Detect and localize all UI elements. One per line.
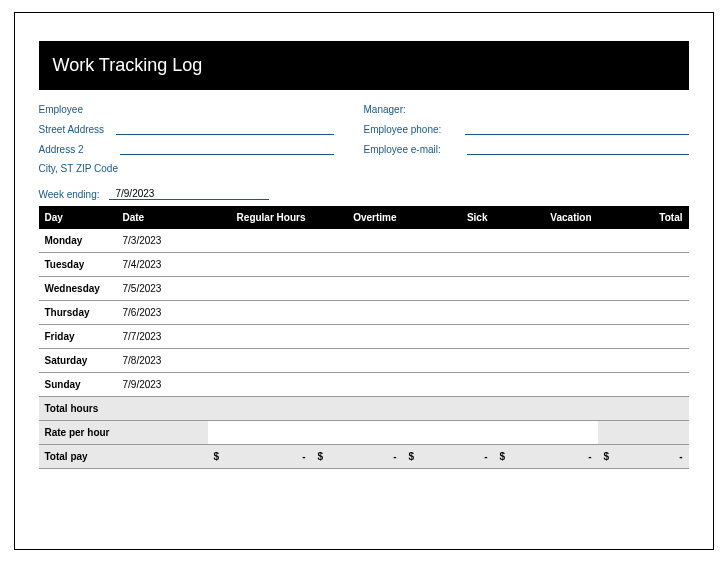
- table-row: Monday 7/3/2023: [39, 229, 689, 253]
- employee-email-label: Employee e-mail:: [364, 144, 449, 155]
- document-page: Work Tracking Log Employee Manager: Stre…: [14, 12, 714, 550]
- week-ending-value[interactable]: 7/9/2023: [109, 188, 269, 200]
- col-date: Date: [117, 206, 208, 229]
- cell-overtime[interactable]: [312, 229, 403, 253]
- table-row: Thursday 7/6/2023: [39, 301, 689, 325]
- table-header-row: Day Date Regular Hours Overtime Sick Vac…: [39, 206, 689, 229]
- cell-regular[interactable]: [208, 229, 312, 253]
- cell-vacation[interactable]: [494, 373, 598, 397]
- dash: -: [588, 451, 591, 462]
- total-pay-row: Total pay $- $- $- $- $-: [39, 445, 689, 469]
- cell-day: Sunday: [39, 373, 117, 397]
- cell-overtime[interactable]: [312, 325, 403, 349]
- address2-input-line[interactable]: [120, 143, 334, 155]
- table-row: Saturday 7/8/2023: [39, 349, 689, 373]
- title-bar: Work Tracking Log: [39, 41, 689, 90]
- cell-regular[interactable]: [208, 349, 312, 373]
- dash: -: [393, 451, 396, 462]
- rate-total: [598, 421, 689, 445]
- street-address-input-line[interactable]: [116, 123, 333, 135]
- address2-label: Address 2: [39, 144, 92, 155]
- cell-date: 7/4/2023: [117, 253, 208, 277]
- cell-day: Wednesday: [39, 277, 117, 301]
- cell-overtime[interactable]: [312, 301, 403, 325]
- cell-overtime[interactable]: [312, 277, 403, 301]
- cell-date: 7/5/2023: [117, 277, 208, 301]
- total-pay-regular: $-: [208, 445, 312, 469]
- rate-label: Rate per hour: [39, 421, 208, 445]
- cell-total: [598, 277, 689, 301]
- week-ending-row: Week ending: 7/9/2023: [39, 188, 689, 200]
- employee-email-input-line[interactable]: [467, 143, 689, 155]
- cell-regular[interactable]: [208, 253, 312, 277]
- cell-total: [598, 229, 689, 253]
- employee-phone-label: Employee phone:: [364, 124, 450, 135]
- cell-total: [598, 301, 689, 325]
- table-body: Monday 7/3/2023 Tuesday 7/4/2023 Wednesd…: [39, 229, 689, 469]
- total-hours-total: [598, 397, 689, 421]
- manager-label: Manager:: [364, 104, 414, 115]
- cell-sick[interactable]: [403, 301, 494, 325]
- cell-total: [598, 373, 689, 397]
- cell-date: 7/8/2023: [117, 349, 208, 373]
- total-pay-total: $-: [598, 445, 689, 469]
- total-hours-vacation: [494, 397, 598, 421]
- cell-sick[interactable]: [403, 325, 494, 349]
- cell-overtime[interactable]: [312, 349, 403, 373]
- cell-overtime[interactable]: [312, 253, 403, 277]
- cell-date: 7/3/2023: [117, 229, 208, 253]
- cell-day: Thursday: [39, 301, 117, 325]
- total-pay-sick: $-: [403, 445, 494, 469]
- cell-total: [598, 253, 689, 277]
- col-regular: Regular Hours: [208, 206, 312, 229]
- total-hours-sick: [403, 397, 494, 421]
- cell-regular[interactable]: [208, 325, 312, 349]
- cell-total: [598, 349, 689, 373]
- col-vacation: Vacation: [494, 206, 598, 229]
- cell-vacation[interactable]: [494, 349, 598, 373]
- rate-overtime[interactable]: [312, 421, 403, 445]
- info-section: Employee Manager: Street Address Employe…: [39, 104, 689, 174]
- time-log-table: Day Date Regular Hours Overtime Sick Vac…: [39, 206, 689, 469]
- cell-date: 7/7/2023: [117, 325, 208, 349]
- cell-vacation[interactable]: [494, 277, 598, 301]
- street-address-label: Street Address: [39, 124, 113, 135]
- total-hours-regular: [208, 397, 312, 421]
- rate-vacation[interactable]: [494, 421, 598, 445]
- dash: -: [679, 451, 682, 462]
- cell-vacation[interactable]: [494, 229, 598, 253]
- city-st-zip-label: City, ST ZIP Code: [39, 163, 126, 174]
- cell-overtime[interactable]: [312, 373, 403, 397]
- col-day: Day: [39, 206, 117, 229]
- total-hours-row: Total hours: [39, 397, 689, 421]
- currency-symbol: $: [500, 451, 506, 462]
- col-sick: Sick: [403, 206, 494, 229]
- cell-sick[interactable]: [403, 277, 494, 301]
- rate-sick[interactable]: [403, 421, 494, 445]
- cell-day: Tuesday: [39, 253, 117, 277]
- cell-regular[interactable]: [208, 277, 312, 301]
- table-row: Friday 7/7/2023: [39, 325, 689, 349]
- rate-regular[interactable]: [208, 421, 312, 445]
- table-row: Sunday 7/9/2023: [39, 373, 689, 397]
- employee-phone-input-line[interactable]: [465, 123, 688, 135]
- cell-vacation[interactable]: [494, 253, 598, 277]
- cell-vacation[interactable]: [494, 301, 598, 325]
- currency-symbol: $: [214, 451, 220, 462]
- document-title: Work Tracking Log: [53, 55, 203, 75]
- employee-label: Employee: [39, 104, 91, 115]
- table-row: Tuesday 7/4/2023: [39, 253, 689, 277]
- cell-sick[interactable]: [403, 229, 494, 253]
- cell-sick[interactable]: [403, 253, 494, 277]
- cell-date: 7/9/2023: [117, 373, 208, 397]
- total-pay-label: Total pay: [39, 445, 208, 469]
- table-row: Wednesday 7/5/2023: [39, 277, 689, 301]
- col-total: Total: [598, 206, 689, 229]
- cell-sick[interactable]: [403, 373, 494, 397]
- cell-regular[interactable]: [208, 301, 312, 325]
- cell-sick[interactable]: [403, 349, 494, 373]
- dash: -: [484, 451, 487, 462]
- total-pay-overtime: $-: [312, 445, 403, 469]
- cell-vacation[interactable]: [494, 325, 598, 349]
- cell-regular[interactable]: [208, 373, 312, 397]
